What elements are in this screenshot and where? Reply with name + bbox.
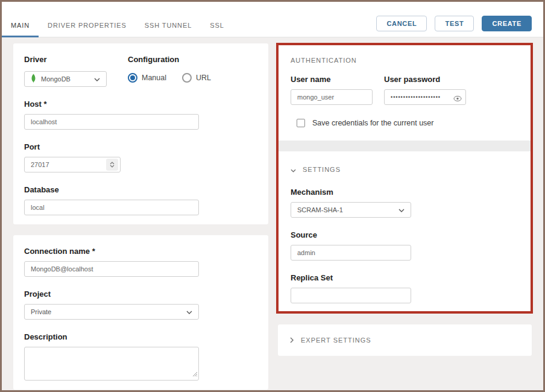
user-password-label: User password (384, 75, 466, 84)
database-label: Database (24, 185, 257, 194)
chevron-down-icon (291, 164, 296, 175)
radio-manual[interactable]: Manual (128, 73, 166, 83)
tab-ssh-tunnel[interactable]: SSH TUNNEL (136, 7, 201, 37)
port-label: Port (24, 142, 257, 151)
chevron-down-icon (94, 75, 100, 83)
source-label: Source (291, 230, 518, 239)
expert-settings-card: EXPERT SETTINGS (278, 324, 532, 356)
authentication-section-title: AUTHENTICATION (291, 57, 518, 64)
connection-dialog: MAIN DRIVER PROPERTIES SSH TUNNEL SSL CA… (2, 2, 543, 390)
connection-name-label: Connection name * (24, 247, 257, 256)
source-input[interactable] (291, 245, 411, 261)
authentication-panel: AUTHENTICATION User name User password (276, 43, 533, 314)
section-divider (279, 141, 531, 151)
general-settings-card: Connection name * Project Private Descri… (13, 235, 268, 390)
tab-driver-properties[interactable]: DRIVER PROPERTIES (39, 7, 136, 37)
radio-manual-control[interactable] (128, 73, 137, 83)
mongodb-leaf-icon (31, 74, 36, 84)
database-input[interactable] (24, 200, 199, 215)
radio-url-label: URL (196, 74, 211, 82)
user-name-input[interactable] (291, 89, 373, 105)
show-password-eye-icon[interactable] (453, 93, 462, 104)
settings-section-title: SETTINGS (303, 166, 341, 173)
chevron-down-icon (399, 206, 405, 213)
host-input[interactable] (24, 114, 199, 130)
replica-set-input[interactable] (291, 288, 411, 303)
project-label: Project (24, 289, 257, 299)
expert-settings-title: EXPERT SETTINGS (301, 337, 371, 344)
save-credentials-checkbox[interactable] (297, 119, 305, 127)
mechanism-select-value: SCRAM-SHA-1 (297, 206, 343, 213)
mechanism-select[interactable]: SCRAM-SHA-1 (291, 202, 411, 218)
user-name-label: User name (291, 75, 373, 84)
chevron-right-icon (290, 335, 294, 346)
dialog-header: MAIN DRIVER PROPERTIES SSH TUNNEL SSL CA… (2, 2, 543, 37)
tab-main[interactable]: MAIN (2, 7, 39, 37)
cancel-button[interactable]: CANCEL (376, 16, 427, 31)
project-select[interactable]: Private (24, 304, 199, 320)
driver-label: Driver (24, 55, 128, 64)
radio-manual-label: Manual (142, 74, 166, 82)
driver-settings-card: Driver MongoDB Configuration Manual (13, 43, 268, 224)
connection-name-input[interactable] (24, 261, 199, 277)
description-label: Description (24, 332, 257, 341)
replica-set-label: Replica Set (291, 273, 518, 282)
settings-collapsible-header[interactable]: SETTINGS (291, 164, 518, 175)
save-credentials-row[interactable]: Save credentials for the current user (297, 119, 518, 127)
dialog-actions: CANCEL TEST CREATE (376, 16, 532, 31)
host-label: Host * (24, 100, 257, 109)
project-select-value: Private (31, 308, 51, 315)
create-button[interactable]: CREATE (482, 16, 532, 31)
description-textarea[interactable] (24, 347, 199, 381)
chevron-down-icon (186, 308, 192, 315)
test-button[interactable]: TEST (435, 16, 474, 31)
port-stepper[interactable] (106, 159, 118, 171)
driver-select-value: MongoDB (41, 75, 71, 83)
radio-url-control[interactable] (182, 73, 192, 83)
mechanism-label: Mechanism (291, 188, 518, 197)
save-credentials-label: Save credentials for the current user (312, 119, 434, 127)
configuration-label: Configuration (128, 55, 211, 64)
expert-settings-collapsible-header[interactable]: EXPERT SETTINGS (290, 335, 371, 346)
driver-select[interactable]: MongoDB (24, 71, 107, 87)
radio-url[interactable]: URL (182, 73, 211, 83)
tab-bar: MAIN DRIVER PROPERTIES SSH TUNNEL SSL (2, 7, 233, 37)
tab-ssl[interactable]: SSL (201, 7, 233, 37)
